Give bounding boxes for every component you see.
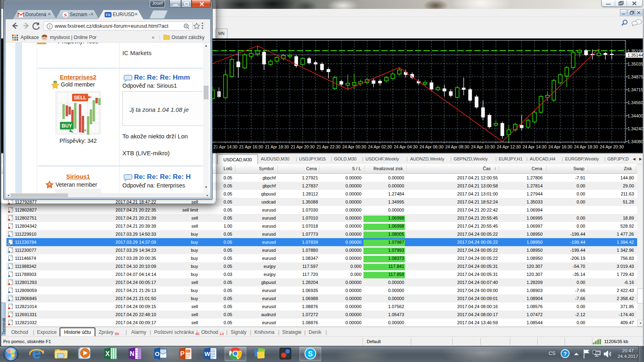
svg-text:O: O: [155, 350, 160, 357]
svg-text:24 Apr 18:30: 24 Apr 18:30: [574, 144, 598, 149]
svg-text:24 Apr 12:30: 24 Apr 12:30: [497, 144, 521, 149]
svg-text:1.34715: 1.34715: [627, 87, 643, 92]
svg-text:24 Apr 04:30: 24 Apr 04:30: [394, 144, 418, 149]
svg-text:P: P: [180, 350, 185, 357]
svg-text:e: e: [32, 346, 41, 361]
svg-text:?: ?: [564, 351, 567, 357]
svg-text:1.34080: 1.34080: [627, 139, 643, 144]
svg-text:X: X: [105, 350, 110, 357]
svg-text:BUY: BUY: [62, 123, 72, 129]
svg-text:24 Apr 14:30: 24 Apr 14:30: [522, 144, 547, 149]
svg-text:1.34560: 1.34560: [627, 100, 643, 105]
svg-text:21 Apr 20:30: 21 Apr 20:30: [291, 144, 315, 149]
svg-text:W: W: [204, 350, 211, 357]
svg-text:24 Apr 00:30: 24 Apr 00:30: [342, 144, 366, 149]
svg-text:1.34400: 1.34400: [627, 113, 643, 118]
svg-text:24 Apr 20:30: 24 Apr 20:30: [600, 144, 624, 149]
svg-text:24 Apr 08:30: 24 Apr 08:30: [445, 144, 469, 149]
svg-text:24 Apr 06:30: 24 Apr 06:30: [419, 144, 444, 149]
svg-text:S: S: [64, 12, 66, 17]
svg-text:1.35144: 1.35144: [627, 53, 643, 58]
svg-text:N: N: [130, 350, 134, 357]
svg-text:FX: FX: [106, 13, 111, 17]
svg-text:21 Apr 18:30: 21 Apr 18:30: [265, 144, 289, 149]
svg-text:1.35035: 1.35035: [627, 62, 643, 66]
svg-text:24 Apr 02:30: 24 Apr 02:30: [368, 144, 392, 149]
svg-text:24 Apr 10:30: 24 Apr 10:30: [471, 144, 495, 149]
svg-text:21 Apr 14:30: 21 Apr 14:30: [213, 144, 237, 149]
svg-text:21 Apr 16:30: 21 Apr 16:30: [239, 144, 263, 149]
svg-text:21 Apr 22:30: 21 Apr 22:30: [316, 144, 341, 149]
svg-text:24 Apr 16:30: 24 Apr 16:30: [548, 144, 572, 149]
svg-text:SELL: SELL: [74, 95, 87, 101]
svg-text:S: S: [308, 350, 313, 358]
svg-text:1.34240: 1.34240: [627, 126, 643, 131]
svg-text:1.34875: 1.34875: [627, 74, 643, 79]
